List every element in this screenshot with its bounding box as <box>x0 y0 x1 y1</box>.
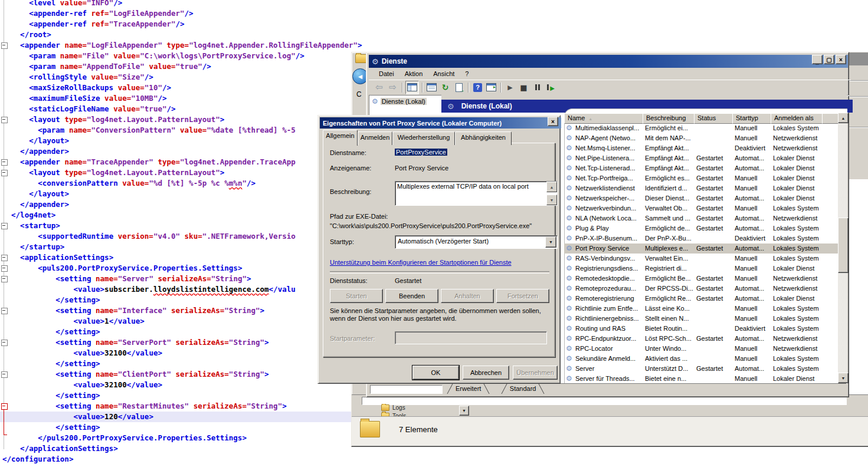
table-row[interactable]: ⚙Multimediaklassenpl...Ermöglicht ei...M… <box>564 123 838 133</box>
fold-collapse-box[interactable] <box>1 265 8 272</box>
explorer-folder-item[interactable]: Tools <box>352 412 588 416</box>
code-line[interactable]: </setting> <box>0 390 362 401</box>
code-line[interactable]: <appender-ref ref="TraceAppender"/> <box>0 19 362 29</box>
code-line[interactable]: </setting> <box>0 422 362 433</box>
code-line[interactable]: </startup> <box>0 242 362 252</box>
close-button[interactable]: × <box>836 55 846 64</box>
scroll-down-button[interactable]: ▼ <box>838 373 849 383</box>
console-tree-item-dienste-lokal[interactable]: ⚙ Dienste (Lokal) <box>369 96 442 107</box>
scrollbar-thumb[interactable] <box>838 218 849 273</box>
starttyp-combobox[interactable]: Automatisch (Verzögerter Start) ▼ <box>395 235 558 249</box>
textbox-scroll-down-button[interactable]: ▼ <box>546 195 557 205</box>
fold-collapse-box[interactable] <box>1 276 8 282</box>
table-row[interactable]: ⚙NAP-Agent (Netwo...Mit dem NAP-...Manue… <box>564 133 838 143</box>
view-tab-standard[interactable]: Standard <box>503 384 543 394</box>
code-line[interactable]: <maxSizeRollBackups value="10"/> <box>0 83 362 93</box>
refresh-icon[interactable]: ↻ <box>439 81 451 94</box>
code-line[interactable]: </setting> <box>0 327 362 337</box>
table-row[interactable]: ⚙Remotedesktopdie...Ermöglicht Be...Gest… <box>564 274 838 284</box>
code-line[interactable]: <value>32100</value> <box>0 380 362 390</box>
ok-button[interactable]: OK <box>412 366 459 380</box>
dialog-tab-anmelden[interactable]: Anmelden <box>358 131 392 145</box>
code-line[interactable]: <param name="AppendToFile" value="true"/… <box>0 61 362 72</box>
column-header-anmelden-als[interactable]: Anmelden als <box>771 113 823 124</box>
code-line[interactable]: </applicationSettings> <box>0 443 362 454</box>
table-row[interactable]: ⚙Server für Threads...Bietet eine n...Ma… <box>564 374 838 384</box>
table-row[interactable]: ⚙NLA (Network Loca...Sammelt und ...Gest… <box>564 213 838 223</box>
back-icon[interactable]: ⇦ <box>373 81 385 94</box>
code-line[interactable]: <param name="File" value="C:\work\logs\P… <box>0 51 362 61</box>
services-titlebar[interactable]: ⚙ Dienste <box>369 55 848 68</box>
fold-collapse-box[interactable] <box>1 117 8 123</box>
cancel-button[interactable]: Abbrechen <box>463 366 509 380</box>
table-row[interactable]: ⚙Richtlinie zum Entfe...Lässt eine Ko...… <box>564 304 838 314</box>
column-header-status[interactable]: Status <box>694 113 733 124</box>
menu-item-aktion[interactable]: Aktion <box>399 69 428 78</box>
code-line[interactable]: <puls200.PortProxyService.Properties.Set… <box>0 263 362 274</box>
view-tab-erweitert[interactable]: Erweitert <box>448 384 488 394</box>
code-line[interactable]: <appender-ref ref="LogFileAppender"/> <box>0 8 362 19</box>
table-row[interactable]: ⚙ServerUnterstützt D...GestartetAutomat.… <box>564 364 838 374</box>
beschreibung-textbox[interactable]: Multiplexes external TCP/IP data on loca… <box>395 181 558 206</box>
menu-item-datei[interactable]: Datei <box>374 69 399 78</box>
fold-collapse-box[interactable] <box>1 308 8 314</box>
table-row[interactable]: ⚙RPC-Endpunktzuor...Löst RPC-Sch...Gesta… <box>564 334 838 344</box>
column-header-name[interactable]: Name▲ <box>564 113 643 124</box>
table-row[interactable]: ⚙Net.Pipe-Listenera...Empfängt Akt...Ges… <box>564 153 838 163</box>
code-line[interactable]: </setting> <box>0 358 362 369</box>
show-action-pane-icon[interactable] <box>485 81 497 94</box>
table-row[interactable]: ⚙Sekundäre Anmeld...Aktiviert das ...Man… <box>564 354 838 364</box>
table-row[interactable]: ⚙Richtlinienergebniss...Stellt einen N..… <box>564 314 838 324</box>
code-line[interactable]: <value>32100</value> <box>0 348 362 358</box>
combo-dropdown-button[interactable]: ▼ <box>545 236 556 248</box>
table-row[interactable]: ⚙Routing und RASBietet Routin...Deaktivi… <box>564 324 838 334</box>
code-line[interactable]: <setting name="Interface" serializeAs="S… <box>0 305 362 316</box>
menu-item-ansicht[interactable]: Ansicht <box>428 69 460 78</box>
fold-collapse-box[interactable] <box>1 159 8 166</box>
fold-collapse-box[interactable] <box>1 371 8 378</box>
code-line[interactable]: <startup> <box>0 221 362 231</box>
beenden-button[interactable]: Beenden <box>385 289 438 303</box>
code-line[interactable]: <applicationSettings> <box>0 252 362 263</box>
code-line[interactable]: </root> <box>0 29 362 40</box>
explorer-folder-item[interactable]: Logs <box>352 404 588 411</box>
dialog-tab-abhangigkeiten[interactable]: Abhängigkeiten <box>455 131 512 145</box>
table-row[interactable]: ⚙Plug & PlayErmöglicht de...GestartetAut… <box>564 223 838 233</box>
code-line[interactable]: <setting name="Server" serializeAs="Stri… <box>0 274 362 284</box>
fold-collapse-box[interactable] <box>1 223 8 229</box>
maximize-button[interactable]: ▢ <box>824 55 834 64</box>
startparameter-input[interactable] <box>395 331 547 344</box>
dialog-tab-wiederherstellung[interactable]: Wiederherstellung <box>392 131 455 145</box>
code-line[interactable]: <layout type="log4net.Layout.PatternLayo… <box>0 167 362 178</box>
scroll-up-button[interactable]: ▲ <box>838 113 849 123</box>
code-line[interactable]: </setting> <box>0 295 362 305</box>
code-line[interactable]: <value>120</value> <box>0 412 362 422</box>
active-fold-collapse-box[interactable] <box>1 403 8 410</box>
code-line[interactable]: <setting name="RestartMinutes" serialize… <box>0 401 362 412</box>
table-row[interactable]: ⚙NetzwerklistendienstIdentifiziert d...G… <box>564 183 838 193</box>
explorer-combo-dropdown-button[interactable]: ▼ <box>459 406 469 416</box>
table-row[interactable]: ⚙RemoteregistrierungErmöglicht Re...Gest… <box>564 294 838 304</box>
fold-collapse-box[interactable] <box>1 170 8 176</box>
services-scrollbar[interactable]: ▲ ▼ <box>838 113 847 383</box>
dienstname-value[interactable]: PortProxyService <box>395 149 447 156</box>
table-row[interactable]: ⚙PnP-X-IP-Busenum...Der PnP-X-Bu...Deakt… <box>564 233 838 243</box>
code-line[interactable]: <value>1</value> <box>0 316 362 327</box>
restart-service-icon[interactable]: ▶ <box>545 81 557 94</box>
dialog-tab-allgemein[interactable]: Allgemein <box>323 130 358 146</box>
code-line[interactable]: <appender name="TraceAppender" type="log… <box>0 157 362 167</box>
table-row[interactable]: ⚙Net.Msmq-Listener...Empfängt Akt...Deak… <box>564 143 838 153</box>
table-row-selected[interactable]: ⚙Port Proxy ServiceMultiplexes e...Gesta… <box>564 243 838 254</box>
code-line[interactable]: </appender> <box>0 146 362 157</box>
code-line[interactable]: <rollingStyle value="Size"/> <box>0 72 362 83</box>
textbox-scroll-up-button[interactable]: ▲ <box>546 182 557 192</box>
code-line[interactable]: <staticLogFileName value="true"/> <box>0 104 362 114</box>
minimize-button[interactable]: _ <box>812 55 823 64</box>
code-line[interactable]: </appender> <box>0 199 362 210</box>
dialog-close-button[interactable]: × <box>548 117 558 126</box>
fold-collapse-box[interactable] <box>1 255 8 261</box>
column-header-starttyp[interactable]: Starttyp <box>732 113 771 124</box>
export-list-icon[interactable] <box>453 81 465 94</box>
code-line[interactable]: </configuration> <box>0 454 362 464</box>
properties-icon[interactable] <box>425 81 438 94</box>
